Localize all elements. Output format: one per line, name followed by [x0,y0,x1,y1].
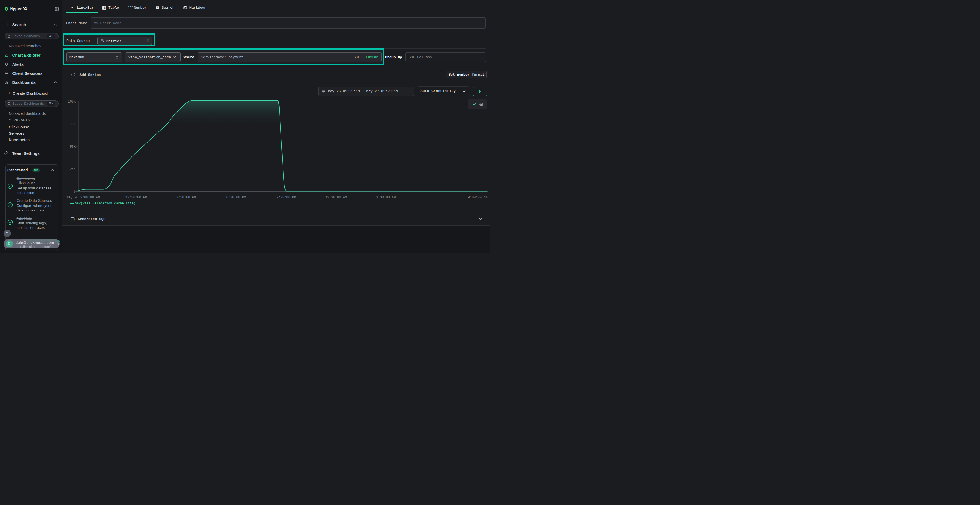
svg-text:9:30:00 PM: 9:30:00 PM [276,195,296,199]
svg-text:May 26 9:00:00 AM: May 26 9:00:00 AM [67,195,100,199]
svg-text:6:30:00 PM: 6:30:00 PM [226,195,246,199]
svg-text:75K: 75K [70,122,76,126]
svg-text:0: 0 [74,190,76,194]
svg-text:25K: 25K [70,167,76,171]
svg-text:3:30:00 PM: 3:30:00 PM [177,195,196,199]
svg-text:100K: 100K [68,100,76,104]
svg-text:50K: 50K [70,145,76,149]
svg-text:3:30:00 AM: 3:30:00 AM [376,195,396,199]
svg-text:12:30:00 AM: 12:30:00 AM [325,195,347,199]
svg-text:12:30:00 PM: 12:30:00 PM [126,195,147,199]
svg-text:9:00:00 AM: 9:00:00 AM [468,195,487,199]
